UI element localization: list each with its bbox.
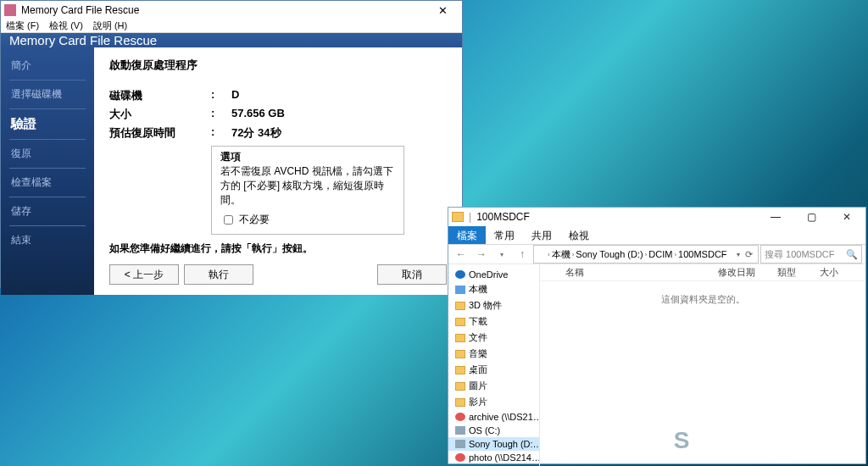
- nav-forward-button[interactable]: →: [472, 245, 491, 264]
- col-date[interactable]: 修改日期: [718, 266, 777, 279]
- options-title: 選項: [220, 150, 395, 164]
- close-button[interactable]: ✕: [832, 208, 862, 226]
- rescue-sidebar: 簡介 選擇磁碟機 驗證 復原 檢查檔案 儲存 結束: [1, 47, 94, 295]
- ribbon-view[interactable]: 檢視: [560, 226, 598, 244]
- column-headers: 名稱 修改日期 類型 大小: [540, 264, 865, 281]
- drive-value: D: [231, 88, 239, 103]
- options-box: 選項 若不需復原 AVCHD 視訊檔，請勾選下方的 [不必要] 核取方塊，縮短復…: [211, 146, 404, 235]
- tree-item-label: 本機: [469, 283, 487, 296]
- back-button[interactable]: < 上一步: [109, 264, 179, 285]
- folder-icon: [455, 398, 465, 407]
- folder-icon: [455, 366, 465, 374]
- sidebar-step-intro[interactable]: 簡介: [1, 54, 94, 77]
- col-name[interactable]: 名稱: [565, 266, 718, 279]
- app-icon: [4, 4, 16, 16]
- tree-item-label: OneDrive: [469, 269, 508, 280]
- est-label: 預估復原時間: [109, 125, 211, 141]
- drive-label: 磁碟機: [109, 88, 211, 103]
- address-bar[interactable]: › 本機 › Sony Tough (D:) › DCIM › 100MSDCF…: [533, 245, 759, 264]
- tree-item[interactable]: archive (\\DS21…: [448, 410, 539, 424]
- tree-item[interactable]: 3D 物件: [448, 297, 539, 313]
- folder-icon: [455, 318, 465, 326]
- tree-item[interactable]: 文件: [448, 330, 539, 346]
- size-value: 57.656 GB: [231, 107, 285, 122]
- col-type[interactable]: 類型: [777, 266, 820, 279]
- watermark: S 史塔夫科技事務所 www.stufftaiwan.c: [661, 420, 858, 461]
- tree-item[interactable]: OS (C:): [448, 424, 539, 437]
- search-placeholder: 搜尋 100MSDCF: [765, 248, 835, 261]
- col-size[interactable]: 大小: [820, 266, 838, 279]
- pc-icon: [455, 286, 465, 294]
- minimize-button[interactable]: —: [760, 208, 791, 226]
- chevron-down-icon[interactable]: ▾: [737, 251, 740, 258]
- nav-history-button[interactable]: ▾: [492, 245, 511, 264]
- folder-icon: [455, 302, 465, 310]
- rescue-title: Memory Card File Rescue: [21, 4, 139, 16]
- tree-item[interactable]: 影片: [448, 394, 539, 410]
- options-text: 若不需復原 AVCHD 視訊檔，請勾選下方的 [不必要] 核取方塊，縮短復原時間…: [220, 164, 395, 208]
- nav-back-button[interactable]: ←: [452, 245, 470, 264]
- nav-tree: OneDrive本機3D 物件下載文件音樂桌面圖片影片archive (\\DS…: [448, 264, 540, 466]
- drive-icon: [455, 440, 465, 448]
- rescue-main: 啟動復原處理程序 磁碟機 : D 大小 : 57.656 GB 預估復原時間 :…: [94, 47, 462, 295]
- cancel-button[interactable]: 取消: [377, 264, 447, 285]
- breadcrumb-seg[interactable]: 本機: [552, 248, 570, 261]
- tree-item-label: 下載: [469, 315, 487, 328]
- folder-icon: [455, 382, 465, 391]
- menu-help[interactable]: 說明 (H): [93, 19, 127, 32]
- sidebar-step-end[interactable]: 結束: [1, 229, 94, 252]
- explorer-titlebar: | 100MSDCF — ▢ ✕: [448, 208, 865, 226]
- explorer-title: 100MSDCF: [476, 211, 530, 223]
- watermark-text: 史塔夫科技事務所: [709, 424, 858, 445]
- tree-item[interactable]: photo (\\DS214…: [448, 451, 539, 464]
- tree-item-label: 圖片: [469, 380, 487, 392]
- tree-item[interactable]: 本機: [448, 281, 539, 297]
- breadcrumb-seg[interactable]: Sony Tough (D:): [576, 249, 643, 259]
- maximize-button[interactable]: ▢: [796, 208, 826, 226]
- run-button[interactable]: 執行: [184, 264, 253, 285]
- tree-item[interactable]: 下載: [448, 313, 539, 330]
- sidebar-step-select-drive[interactable]: 選擇磁碟機: [1, 83, 94, 106]
- watermark-logo: S: [661, 420, 702, 461]
- tree-item[interactable]: 桌面: [448, 362, 539, 378]
- tree-item[interactable]: 圖片: [448, 378, 539, 394]
- tree-item[interactable]: OneDrive: [448, 268, 539, 281]
- explorer-ribbon: 檔案 常用 共用 檢視: [448, 226, 865, 245]
- watermark-url: www.stufftaiwan.c: [709, 447, 858, 460]
- sidebar-step-save[interactable]: 儲存: [1, 200, 94, 223]
- net-icon: [455, 413, 465, 421]
- tree-item-label: 3D 物件: [469, 299, 502, 312]
- menu-file[interactable]: 檔案 (F): [6, 19, 39, 32]
- nav-up-button[interactable]: ↑: [513, 245, 531, 264]
- folder-icon: [455, 334, 465, 342]
- rescue-close-button[interactable]: ✕: [426, 1, 459, 19]
- size-label: 大小: [109, 107, 211, 122]
- rescue-note: 如果您準備好繼續進行，請按「執行」按鈕。: [109, 241, 447, 256]
- rescue-window: Memory Card File Rescue ✕ 檔案 (F) 檢視 (V) …: [0, 0, 463, 288]
- sidebar-step-verify[interactable]: 驗證: [1, 112, 94, 136]
- tree-item-label: OS (C:): [469, 425, 500, 435]
- tree-item-label: Sony Tough (D:…: [469, 439, 540, 449]
- folder-icon: [536, 250, 546, 258]
- breadcrumb-seg[interactable]: 100MSDCF: [678, 249, 726, 259]
- tree-item[interactable]: Sony Tough (D:…: [448, 437, 539, 451]
- breadcrumb-seg[interactable]: DCIM: [648, 249, 672, 259]
- ribbon-file[interactable]: 檔案: [448, 226, 486, 244]
- onedrive-icon: [455, 270, 465, 279]
- tree-item-label: photo (\\DS214…: [469, 452, 540, 463]
- opt-checkbox[interactable]: [224, 215, 233, 225]
- folder-icon: [452, 212, 464, 222]
- empty-text: 這個資料夾是空的。: [540, 281, 865, 306]
- menu-view[interactable]: 檢視 (V): [49, 19, 83, 32]
- sidebar-step-recover[interactable]: 復原: [1, 142, 94, 165]
- rescue-titlebar: Memory Card File Rescue ✕: [1, 1, 462, 19]
- rescue-menubar: 檔案 (F) 檢視 (V) 說明 (H): [1, 19, 462, 33]
- search-icon: 🔍: [846, 249, 858, 260]
- refresh-icon[interactable]: ⟳: [742, 249, 756, 260]
- sidebar-step-check[interactable]: 檢查檔案: [1, 171, 94, 194]
- tree-item[interactable]: 音樂: [448, 346, 539, 362]
- tree-item-label: 文件: [469, 331, 487, 344]
- ribbon-common[interactable]: 常用: [486, 226, 523, 244]
- search-box[interactable]: 搜尋 100MSDCF 🔍: [760, 245, 862, 264]
- ribbon-share[interactable]: 共用: [523, 226, 560, 244]
